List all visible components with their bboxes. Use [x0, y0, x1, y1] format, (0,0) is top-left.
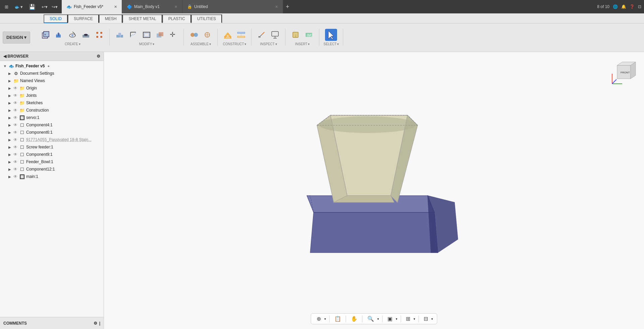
view-cube-button[interactable]: ⊟ — [422, 315, 429, 323]
tree-item-main[interactable]: ▶ 👁 🔲 main:1 — [0, 173, 104, 180]
feeder-eye[interactable]: 👁 — [13, 159, 17, 164]
comp4-eye[interactable]: 👁 — [13, 123, 17, 127]
undo-button[interactable]: ↩▾ — [40, 4, 50, 10]
tab-plastic[interactable]: PLASTIC — [162, 14, 191, 23]
pan-button[interactable]: ✋ — [350, 315, 359, 323]
tab-main-body[interactable]: 🔷 Main_Body v1 ✕ — [122, 0, 182, 13]
decal-button[interactable]: IMG — [303, 29, 315, 41]
tab-mesh[interactable]: MESH — [99, 14, 123, 23]
tree-item-comp6[interactable]: ▶ 👁 ☐ Component6:1 — [0, 129, 104, 136]
comp6-eye[interactable]: 👁 — [13, 130, 17, 135]
design-dropdown[interactable]: DESIGN ▾ — [3, 31, 30, 44]
tab-surface[interactable]: SURFACE — [68, 14, 99, 23]
construction-eye[interactable]: 👁 — [13, 108, 17, 113]
tab-fish-feeder[interactable]: 🐟 Fish_Feeder v5* ✕ — [62, 0, 122, 13]
display-mode-button[interactable]: ▣ — [386, 315, 394, 323]
offset-plane-button[interactable] — [222, 29, 234, 41]
redo-button[interactable]: ↪▾ — [50, 4, 60, 10]
svg-point-10 — [96, 32, 98, 34]
view-cube-dropdown[interactable]: ▾ — [431, 317, 433, 321]
origin-eye[interactable]: 👁 — [13, 86, 17, 90]
tab-solid[interactable]: SOLID — [44, 14, 68, 23]
browser-title: BROWSER — [7, 54, 29, 59]
move-button[interactable]: ✛ — [167, 29, 179, 41]
save-button[interactable]: 💾 — [27, 3, 38, 11]
globe-icon[interactable]: 🌐 — [613, 4, 618, 9]
insert-derive-button[interactable]: ↓ — [289, 29, 302, 41]
orbit-dropdown[interactable]: ▾ — [324, 317, 326, 321]
joint-origin-button[interactable] — [201, 29, 213, 41]
file-menu-button[interactable]: 🐟 ▾ — [12, 4, 25, 10]
help-icon[interactable]: ❓ — [630, 4, 635, 9]
bell-icon[interactable]: 🔔 — [621, 4, 626, 9]
extrude-button[interactable] — [53, 29, 65, 41]
comments-collapse-icon[interactable]: | — [99, 321, 100, 326]
bottom-toolbar: ⊕ ▾ 📋 ✋ 🔍 ▾ ▣ ▾ ⊞ ▾ ⊟ ▾ — [311, 313, 437, 324]
sketches-eye[interactable]: 👁 — [13, 101, 17, 105]
orientation-cube[interactable]: FRONT — [610, 59, 637, 85]
display-button[interactable] — [269, 29, 281, 41]
tab-utilities[interactable]: UTILITIES — [191, 14, 222, 23]
app-grid-button[interactable]: ⊞ — [3, 4, 10, 10]
display-dropdown[interactable]: ▾ — [396, 317, 397, 321]
zoom-dropdown[interactable]: ▾ — [377, 317, 379, 321]
tree-item-origin[interactable]: ▶ 👁 📁 Origin — [0, 84, 104, 92]
revolve-button[interactable] — [66, 29, 78, 41]
joints-eye[interactable]: 👁 — [13, 93, 17, 98]
untitled-close[interactable]: ✕ — [275, 5, 278, 9]
comp12-eye[interactable]: 👁 — [13, 167, 17, 172]
grid-button[interactable]: ⊞ — [405, 315, 412, 323]
insert-label: INSERT ▾ — [295, 42, 310, 46]
measure-button[interactable] — [256, 29, 268, 41]
comp12-label: Component12:1 — [26, 167, 55, 172]
tab-untitled[interactable]: 🔒 Untitled ✕ — [182, 0, 283, 13]
servo-eye[interactable]: 👁 — [13, 115, 17, 120]
screw-icon: ☐ — [19, 144, 25, 150]
tree-item-comp4[interactable]: ▶ 👁 ☐ Component4:1 — [0, 121, 104, 129]
screw-eye[interactable]: 👁 — [13, 145, 17, 149]
tree-item-sketches[interactable]: ▶ 👁 📁 Sketches — [0, 99, 104, 107]
tree-item-construction[interactable]: ▶ 👁 📁 Construction — [0, 107, 104, 114]
select-button[interactable] — [325, 29, 337, 41]
tree-item-root[interactable]: ▼ 🐟 Fish_Feeder v5 ● — [0, 62, 104, 70]
tab2-close[interactable]: ✕ — [174, 5, 177, 9]
look-at-button[interactable]: 📋 — [333, 315, 342, 323]
viewport[interactable]: FRONT ⊕ ▾ 📋 ✋ 🔍 ▾ ▣ ▾ ⊞ ▾ ⊟ ▾ — [104, 52, 644, 329]
fillet-button[interactable] — [127, 29, 139, 41]
tree-item-doc-settings[interactable]: ▶ ⚙ Document Settings — [0, 70, 104, 77]
press-pull-button[interactable]: ↕ — [114, 29, 126, 41]
zoom-button[interactable]: 🔍 — [366, 315, 375, 323]
comp9-eye[interactable]: 👁 — [13, 152, 17, 157]
main-eye[interactable]: 👁 — [13, 174, 17, 179]
tab1-close[interactable]: ✕ — [114, 5, 117, 9]
grid-dropdown[interactable]: ▾ — [414, 317, 415, 321]
collapse-arrow[interactable]: ◀ — [3, 54, 6, 59]
comp4-icon: ☐ — [19, 122, 25, 128]
tab-sheet-metal[interactable]: SHEET METAL — [122, 14, 162, 23]
combine-button[interactable] — [154, 29, 166, 41]
tree-item-servo[interactable]: ▶ 👁 🔲 servo:1 — [0, 114, 104, 121]
midplane-button[interactable] — [235, 29, 247, 41]
s91771-eye[interactable]: 👁 — [13, 137, 17, 142]
window-controls[interactable]: ⊡ — [638, 4, 641, 9]
new-component-button[interactable]: + — [40, 29, 52, 41]
feeder-label: Feeder_Bowl:1 — [26, 159, 53, 164]
tree-item-feeder[interactable]: ▶ 👁 ☐ Feeder_Bowl:1 — [0, 158, 104, 166]
create-label-text: CREATE — [65, 42, 78, 46]
joint-button[interactable] — [188, 29, 200, 41]
screw-label: Screw feeder:1 — [26, 145, 53, 149]
add-tab-button[interactable]: + — [283, 0, 292, 13]
pattern-button[interactable] — [93, 29, 105, 41]
tree-item-joints[interactable]: ▶ 👁 📁 Joints — [0, 92, 104, 99]
hole-button[interactable] — [80, 29, 92, 41]
comments-settings-icon[interactable]: ⚙ — [94, 321, 97, 326]
browser-settings-icon[interactable]: ⚙ — [97, 54, 100, 59]
select-arrow: ▾ — [337, 42, 339, 46]
tree-item-s91771[interactable]: ▶ 👁 ☐ 91771A055_Passivated 18-8 Stain... — [0, 136, 104, 143]
tree-item-comp9[interactable]: ▶ 👁 ☐ Component9:1 — [0, 151, 104, 158]
tree-item-comp12[interactable]: ▶ 👁 ☐ Component12:1 — [0, 166, 104, 173]
tree-item-named-views[interactable]: ▶ 📁 Named Views — [0, 77, 104, 84]
orbit-button[interactable]: ⊕ — [315, 315, 322, 323]
tree-item-screw[interactable]: ▶ 👁 ☐ Screw feeder:1 — [0, 143, 104, 151]
shell-button[interactable] — [141, 29, 153, 41]
